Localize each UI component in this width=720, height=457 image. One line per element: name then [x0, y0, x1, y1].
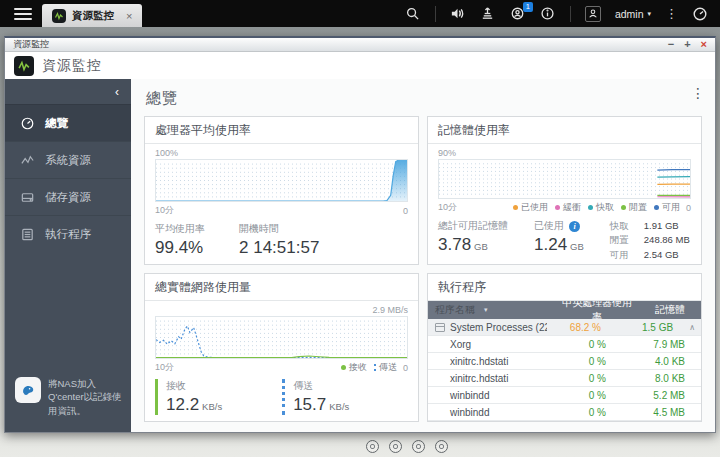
network-tx-label: 傳送 — [293, 379, 349, 393]
uptime-label: 開機時間 — [239, 222, 319, 236]
processes-panel-title: 執行程序 — [428, 274, 701, 301]
process-name: System Processes (227) — [450, 322, 547, 333]
sidebar-item-processes[interactable]: 執行程序 — [5, 215, 131, 252]
user-avatar-icon[interactable] — [585, 6, 601, 22]
uptime-stat: 開機時間 2 14:51:57 — [239, 222, 319, 258]
app-title: 資源監控 — [42, 57, 102, 75]
page-title: 總覽 — [146, 89, 702, 108]
info-icon[interactable]: i — [569, 221, 580, 232]
memory-used-stat: 已使用i 1.24GB — [534, 219, 584, 262]
qcenter-app-icon — [15, 377, 41, 403]
network-tx-stat: 傳送 15.7KB/s — [282, 379, 349, 415]
resource-monitor-window: 資源監控 − + × 資源監控 ‹ 總覽 系統資源 — [4, 36, 716, 433]
process-row-group[interactable]: System Processes (227) 68.2 % 1.5 GB ∧ — [428, 319, 701, 336]
taskbar-icon-3[interactable] — [412, 440, 425, 453]
info-icon-topbar[interactable] — [540, 6, 556, 22]
legend-dot-cache — [588, 205, 593, 210]
process-row[interactable]: Xorg 0 % 7.9 MB — [428, 336, 701, 353]
taskbar-icon-1[interactable] — [366, 440, 379, 453]
process-row[interactable]: xinitrc.hdstati 0 % 4.0 KB — [428, 353, 701, 370]
sort-caret-icon: ▾ — [484, 306, 488, 314]
taskbar-icon-2[interactable] — [389, 440, 402, 453]
cpu-average-value: 99.4% — [155, 238, 205, 258]
process-row[interactable]: xinitrc.hdstati 0 % 8.0 KB — [428, 370, 701, 387]
cpu-panel-title: 處理器平均使用率 — [145, 117, 418, 144]
uptime-value: 2 14:51:57 — [239, 238, 319, 258]
memory-total-stat: 總計可用記憶體 3.78GB — [438, 219, 508, 262]
collapse-group-icon[interactable]: ∧ — [689, 323, 701, 332]
background-tasks-icon[interactable] — [480, 6, 496, 22]
tab-title: 資源監控 — [72, 9, 114, 23]
maximize-button[interactable]: + — [684, 39, 690, 50]
search-icon[interactable] — [405, 6, 421, 22]
memory-x-axis-left: 10分 — [438, 201, 457, 214]
memory-total-label: 總計可用記憶體 — [438, 219, 508, 233]
memory-legend: 已使用 緩衝 快取 閒置 可用 — [513, 201, 680, 214]
network-tx-value: 15.7 — [293, 395, 326, 414]
network-rx-unit: KB/s — [202, 401, 222, 412]
network-tx-unit: KB/s — [329, 401, 349, 412]
volume-icon[interactable] — [450, 6, 466, 22]
process-row[interactable]: winbindd 0 % 4.5 MB — [428, 404, 701, 421]
legend-label: 閒置 — [629, 201, 647, 214]
sidebar-item-overview[interactable]: 總覽 — [5, 104, 131, 141]
legend-label: 接收 — [349, 361, 367, 374]
app-tab[interactable]: 資源監控 × — [42, 4, 142, 27]
process-table: 程序名稱▾ 中央處理器使用率 記憶體 System Processes (227… — [428, 301, 701, 421]
legend-dot-free — [621, 205, 626, 210]
memory-free-label: 閒置 — [610, 233, 636, 247]
minimize-button[interactable]: − — [668, 39, 674, 50]
qcenter-notice[interactable]: 將NAS加入 Q'center以記錄使用資訊。 — [5, 367, 131, 432]
storage-drive-icon — [20, 190, 35, 205]
topbar-separator — [435, 6, 436, 22]
memory-cache-label: 快取 — [610, 219, 636, 233]
tab-close-icon[interactable]: × — [126, 10, 132, 22]
memory-details: 快取1.91 GB 閒置248.86 MB 可用2.54 GB — [610, 219, 690, 262]
cpu-x-axis-left: 10分 — [155, 204, 174, 217]
user-menu[interactable]: admin ▾ — [615, 8, 651, 20]
notifications-icon[interactable]: 1 — [510, 6, 526, 22]
memory-used-label: 已使用 — [534, 219, 564, 233]
sidebar-item-storage-resource[interactable]: 儲存資源 — [5, 178, 131, 215]
process-group-icon — [435, 323, 445, 332]
dashboard-gauge-icon[interactable] — [692, 6, 708, 22]
line-chart-icon — [20, 153, 35, 168]
window-titlebar[interactable]: 資源監控 − + × — [5, 38, 715, 52]
memory-available-label: 可用 — [610, 248, 636, 262]
cpu-average-label: 平均使用率 — [155, 222, 205, 236]
column-header-memory[interactable]: 記憶體 — [635, 303, 701, 317]
network-legend: 接收 傳送 — [341, 361, 397, 374]
resource-monitor-app-icon — [52, 9, 66, 23]
chevron-down-icon: ▾ — [647, 10, 651, 18]
more-options-icon[interactable]: ⋮ — [665, 6, 678, 21]
cpu-average-stat: 平均使用率 99.4% — [155, 222, 205, 258]
window-title: 資源監控 — [13, 38, 49, 51]
sidebar-collapse-button[interactable]: ‹ — [5, 79, 131, 104]
network-x-axis-right: 0 — [403, 363, 408, 373]
notification-badge: 1 — [523, 2, 533, 12]
sidebar-item-system-resource[interactable]: 系統資源 — [5, 141, 131, 178]
legend-dash-tx — [374, 364, 376, 371]
main-menu-icon[interactable] — [14, 5, 32, 23]
legend-dot-rx — [341, 365, 346, 370]
network-y-axis-max: 2.9 MB/s — [155, 305, 408, 315]
column-header-name[interactable]: 程序名稱▾ — [428, 303, 559, 317]
process-row[interactable]: winbindd 0 % 5.2 MB — [428, 387, 701, 404]
taskbar-icon-4[interactable] — [435, 440, 448, 453]
memory-used-value: 1.24 — [534, 235, 567, 254]
cpu-usage-chart — [155, 159, 408, 202]
network-rx-stat: 接收 12.2KB/s — [155, 379, 222, 415]
user-name: admin — [615, 8, 644, 20]
memory-panel-title: 記憶體使用率 — [428, 117, 701, 144]
page-options-icon[interactable]: ⋮ — [691, 85, 705, 101]
memory-used-unit: GB — [570, 241, 584, 252]
sidebar-item-label: 儲存資源 — [45, 190, 91, 205]
process-list-icon — [20, 227, 35, 242]
process-cpu: 68.2 % — [547, 322, 623, 333]
close-button[interactable]: × — [701, 39, 707, 50]
legend-label: 緩衝 — [563, 201, 581, 214]
process-table-header: 程序名稱▾ 中央處理器使用率 記憶體 — [428, 301, 701, 319]
cpu-panel: 處理器平均使用率 100% 10分 0 平均使用率 — [144, 116, 419, 265]
network-rx-value: 12.2 — [166, 395, 199, 414]
qcenter-notice-text: 將NAS加入 Q'center以記錄使用資訊。 — [48, 377, 123, 418]
